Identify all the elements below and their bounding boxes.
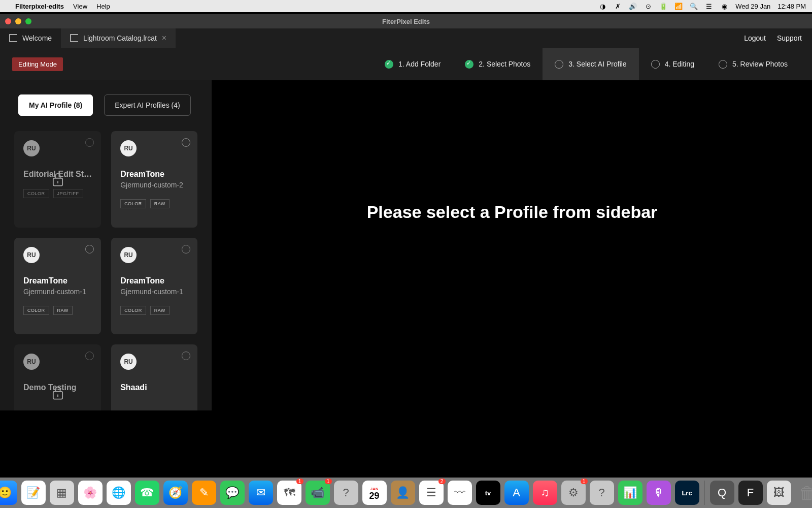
control-center-icon[interactable]: ☰ — [705, 2, 713, 10]
support-link[interactable]: Support — [777, 34, 802, 42]
profile-select-radio[interactable] — [182, 138, 190, 147]
profile-select-radio[interactable] — [182, 352, 190, 360]
dock-icon-maps[interactable]: 🗺1 — [277, 481, 301, 505]
step-label: 4. Editing — [665, 60, 694, 68]
tab-my-ai-profile[interactable]: My AI Profile (8) — [18, 94, 93, 116]
dock-icon-safari[interactable]: 🧭 — [163, 481, 188, 505]
lock-icon — [14, 131, 101, 228]
profile-card[interactable]: RUDemo Testing — [14, 344, 101, 410]
window-close-button[interactable] — [5, 18, 11, 24]
dock-icon-quicktime[interactable]: Q — [710, 481, 734, 505]
profile-card[interactable]: RUShaadi — [111, 344, 197, 410]
profile-grid: RUEditorial Edit St…COLORJPG/TIFFRUDream… — [14, 131, 197, 410]
dock-icon-calendar[interactable]: JAN29 — [362, 481, 387, 505]
status-app-icon[interactable]: ◑ — [598, 2, 606, 10]
dock-icon-reminders[interactable]: ☰2 — [419, 481, 444, 505]
dock-icon-preview[interactable]: 🖼 — [767, 481, 791, 505]
profile-subtitle: Gjermund-custom-2 — [120, 181, 188, 189]
profile-list-scroll[interactable]: RUEditorial Edit St…COLORJPG/TIFFRUDream… — [0, 121, 212, 410]
profile-type-tabs: My AI Profile (8) Expert AI Profiles (4) — [0, 80, 212, 121]
main-pane: Please select a Profile from sidebar — [212, 80, 812, 410]
step-select-photos[interactable]: 2. Select Photos — [453, 48, 543, 80]
menubar-left: Filterpixel-edits View Help — [6, 3, 110, 10]
tab-welcome[interactable]: Welcome — [0, 28, 61, 48]
spotlight-icon[interactable]: 🔍 — [690, 2, 698, 10]
sidebar: My AI Profile (8) Expert AI Profiles (4)… — [0, 80, 212, 410]
dock-icon-contacts[interactable]: 👤 — [391, 481, 415, 505]
dock-icon-whatsapp[interactable]: ☎ — [135, 481, 159, 505]
tab-expert-ai-profiles[interactable]: Expert AI Profiles (4) — [104, 94, 190, 116]
tab-catalog[interactable]: Lightroom Catalog.lrcat × — [61, 28, 176, 48]
dock-icon-launchpad[interactable]: ▦ — [50, 481, 74, 505]
header-right-links: Logout Support — [744, 28, 802, 48]
profile-tag: COLOR — [120, 306, 146, 315]
menubar-app-name[interactable]: Filterpixel-edits — [15, 3, 64, 10]
dock-badge: 1 — [296, 479, 303, 484]
play-icon[interactable]: ⊙ — [644, 2, 652, 10]
dock-icon-finder[interactable]: 🙂 — [0, 481, 17, 505]
step-done-icon — [465, 60, 473, 69]
battery-icon[interactable]: 🔋 — [659, 2, 667, 10]
tab-close-button[interactable]: × — [162, 34, 166, 43]
dock-icon-help[interactable]: ? — [334, 481, 358, 505]
menubar-item-view[interactable]: View — [73, 3, 87, 10]
menubar-time[interactable]: 12:48 PM — [777, 3, 806, 10]
dock-icon-settings[interactable]: ⚙1 — [561, 481, 586, 505]
wifi-icon[interactable]: 📶 — [674, 2, 683, 10]
menubar-item-help[interactable]: Help — [96, 3, 110, 10]
macos-menubar: Filterpixel-edits View Help ◑ ✗ 🔊 ⊙ 🔋 📶 … — [0, 0, 812, 12]
lock-icon — [14, 344, 101, 410]
profile-subtitle: Gjermund-custom-1 — [120, 288, 188, 296]
volume-icon[interactable]: 🔊 — [629, 2, 637, 10]
dock-icon-photos[interactable]: 🌸 — [78, 481, 103, 505]
dock-icon-notes[interactable]: 📝 — [21, 481, 46, 505]
step-select-ai-profile[interactable]: 3. Select AI Profile — [543, 48, 638, 80]
step-done-icon — [385, 60, 393, 69]
profile-tags: COLORRAW — [120, 306, 188, 315]
dock-icon-freeform[interactable]: 〰 — [448, 481, 472, 505]
dock-icon-pages[interactable]: ✎ — [192, 481, 216, 505]
dock-icon-music[interactable]: ♫ — [533, 481, 557, 505]
profile-card[interactable]: RUDreamToneGjermund-custom-2COLORRAW — [111, 131, 197, 228]
dock-icon-lrc[interactable]: Lrc — [675, 481, 699, 505]
dock-icon-numbers[interactable]: 📊 — [618, 481, 642, 505]
dock-icon-help2[interactable]: ? — [590, 481, 614, 505]
profile-title: DreamTone — [23, 276, 92, 285]
document-tabs-row: Welcome Lightroom Catalog.lrcat × Logout… — [0, 28, 812, 48]
profile-title: DreamTone — [120, 276, 188, 285]
dock-icon-facetime[interactable]: 📹1 — [306, 481, 330, 505]
window-minimize-button[interactable] — [15, 18, 21, 24]
profile-card[interactable]: RUDreamToneGjermund-custom-1COLORRAW — [14, 238, 101, 334]
menubar-right: ◑ ✗ 🔊 ⊙ 🔋 📶 🔍 ☰ ◉ Wed 29 Jan 12:48 PM — [598, 2, 806, 10]
profile-select-radio[interactable] — [85, 245, 94, 253]
calendar-day: 29 — [362, 491, 387, 501]
dock-icon-appletv[interactable]: tv — [476, 481, 500, 505]
profile-card[interactable]: RUEditorial Edit St…COLORJPG/TIFF — [14, 131, 101, 228]
dock-icon-messages[interactable]: 💬 — [220, 481, 245, 505]
dock-icon-podcasts[interactable]: 🎙 — [647, 481, 671, 505]
logout-link[interactable]: Logout — [744, 34, 766, 42]
dock-icon-mail[interactable]: ✉ — [249, 481, 273, 505]
profile-tag: COLOR — [120, 199, 146, 208]
siri-icon[interactable]: ◉ — [720, 2, 728, 10]
profile-card[interactable]: RUDreamToneGjermund-custom-1COLORRAW — [111, 238, 197, 334]
status-x-icon[interactable]: ✗ — [614, 2, 622, 10]
avatar: RU — [120, 247, 137, 263]
profile-select-radio[interactable] — [182, 245, 190, 253]
menubar-date[interactable]: Wed 29 Jan — [735, 3, 770, 10]
dock-icon-chrome[interactable]: 🌐 — [107, 481, 131, 505]
editing-mode-pill[interactable]: Editing Mode — [12, 57, 63, 71]
step-label: 5. Review Photos — [732, 60, 788, 68]
dock-icon-trash[interactable]: 🗑 — [795, 481, 813, 505]
dock-icon-appstore[interactable]: A — [504, 481, 529, 505]
window-maximize-button[interactable] — [25, 18, 31, 24]
step-add-folder[interactable]: 1. Add Folder — [373, 48, 453, 80]
step-editing[interactable]: 4. Editing — [639, 48, 706, 80]
window-body: My AI Profile (8) Expert AI Profiles (4)… — [0, 80, 812, 410]
step-review-photos[interactable]: 5. Review Photos — [706, 48, 800, 80]
dock: 🙂📝▦🌸🌐☎🧭✎💬✉🗺1📹1?JAN29👤☰2〰tvA♫⚙1?📊🎙LrcQF🖼🗑 — [0, 478, 812, 508]
app-window: FiterPixel Edits Welcome Lightroom Catal… — [0, 14, 812, 410]
dock-icon-filterpixel[interactable]: F — [738, 481, 763, 505]
profile-subtitle: Gjermund-custom-1 — [23, 288, 92, 296]
profile-title: DreamTone — [120, 170, 188, 179]
